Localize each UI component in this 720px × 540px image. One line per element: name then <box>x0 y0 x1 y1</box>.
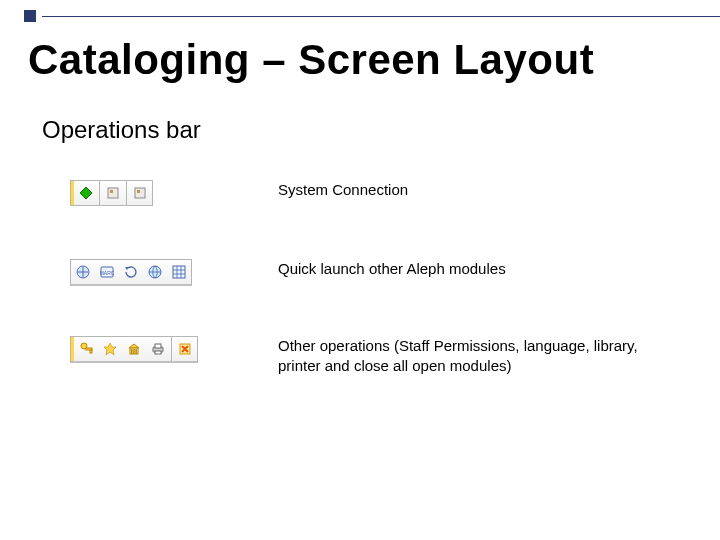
svg-rect-2 <box>110 190 113 193</box>
module-circulation-button[interactable] <box>120 261 142 283</box>
svg-rect-21 <box>155 344 161 348</box>
staff-permissions-button[interactable] <box>75 338 97 360</box>
svg-rect-19 <box>135 349 137 354</box>
svg-rect-4 <box>137 190 140 193</box>
svg-rect-17 <box>131 349 133 354</box>
row-other-operations: Other operations (Staff Permissions, lan… <box>70 336 680 377</box>
title-bullet-icon <box>24 10 36 22</box>
printer-button[interactable] <box>147 338 169 360</box>
row-description: System Connection <box>270 180 680 200</box>
server-b-button[interactable] <box>129 182 151 204</box>
operations-list: System Connection MARC <box>70 180 680 427</box>
svg-rect-22 <box>155 351 161 354</box>
module-marc-button[interactable]: MARC <box>96 261 118 283</box>
module-ill-button[interactable] <box>144 261 166 283</box>
toolbar-grip-icon <box>71 181 74 205</box>
quick-launch-toolbar: MARC <box>70 259 192 286</box>
page-title: Cataloging – Screen Layout <box>28 36 594 84</box>
toolbar-cell <box>70 336 270 365</box>
row-system-connection: System Connection <box>70 180 680 209</box>
toolbar-cell <box>70 180 270 209</box>
toolbar-separator <box>171 337 172 361</box>
server-a-button[interactable] <box>102 182 124 204</box>
toolbar-grip-icon <box>71 337 74 361</box>
slide: Cataloging – Screen Layout Operations ba… <box>0 0 720 540</box>
other-operations-toolbar <box>70 336 198 363</box>
connected-indicator-icon[interactable] <box>75 182 97 204</box>
close-all-button[interactable] <box>174 338 196 360</box>
system-connection-toolbar <box>70 180 153 206</box>
row-description: Other operations (Staff Permissions, lan… <box>270 336 680 377</box>
language-button[interactable] <box>99 338 121 360</box>
toolbar-separator <box>126 181 127 205</box>
svg-rect-13 <box>90 350 92 353</box>
toolbar-separator <box>99 181 100 205</box>
toolbar-cell: MARC <box>70 259 270 286</box>
svg-rect-10 <box>173 266 185 278</box>
row-quick-launch: MARC Quick launch other Aleph modules <box>70 259 680 286</box>
svg-text:MARC: MARC <box>100 270 115 276</box>
section-subtitle: Operations bar <box>42 116 201 144</box>
library-button[interactable] <box>123 338 145 360</box>
svg-marker-0 <box>80 187 92 199</box>
module-acquisitions-button[interactable] <box>72 261 94 283</box>
svg-marker-14 <box>104 343 116 355</box>
module-admin-button[interactable] <box>168 261 190 283</box>
svg-rect-18 <box>133 349 135 354</box>
title-rule <box>42 16 720 17</box>
row-description: Quick launch other Aleph modules <box>270 259 680 279</box>
svg-marker-15 <box>129 344 139 348</box>
